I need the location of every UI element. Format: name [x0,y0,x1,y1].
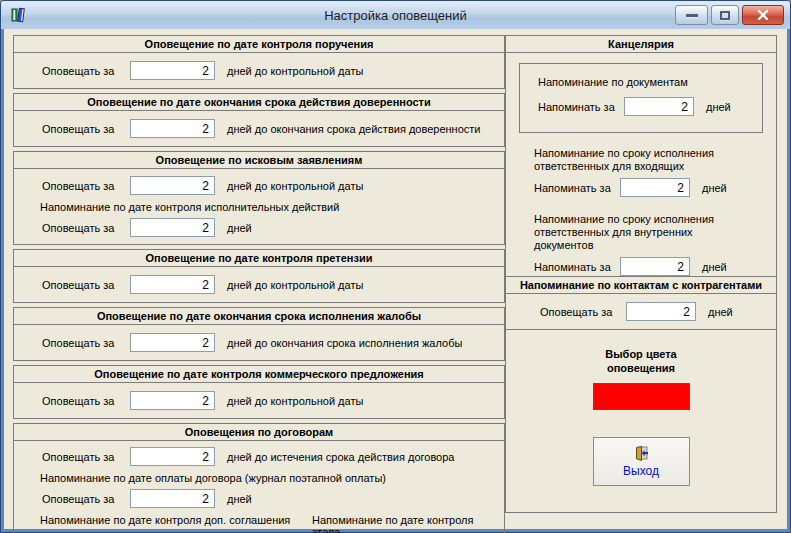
days-input[interactable] [130,218,215,237]
section-header: Оповещение по дате контроля претензии [13,249,505,267]
section-header: Оповещение по дате контроля коммерческог… [13,365,505,383]
field-label: Напоминать за [534,182,620,194]
field-suffix: дней до контрольной даты [227,395,363,407]
section-note: Напоминание по дате оплаты договора (жур… [40,472,504,484]
field-label: Оповещать за [42,123,130,135]
field-suffix: дней [708,306,733,318]
field-suffix: дней [706,101,731,113]
field-label: Оповещать за [540,306,626,318]
days-input[interactable] [620,178,690,197]
notify-row: Оповещать за дней [506,300,776,323]
minimize-button[interactable] [675,5,708,25]
chancellery-body: Напоминание по документам Напоминать за … [505,52,777,277]
days-input[interactable] [130,447,215,466]
documents-group: Напоминание по документам Напоминать за … [519,63,763,133]
exit-button[interactable]: Выход [593,437,690,486]
days-input[interactable] [624,97,694,116]
section-note: Напоминание по дате контроля доп. соглаш… [40,514,310,533]
days-input[interactable] [620,257,690,276]
exit-door-icon [633,445,650,462]
section-doverennost: Оповещение по дате окончания срока дейст… [13,93,505,147]
days-input[interactable] [130,275,215,294]
field-label: Оповещать за [42,222,130,234]
chancellery-header: Канцелярия [505,35,777,53]
notify-row: Оповещать за дней до контрольной даты [14,273,504,296]
section-header: Оповещение по дате окончания срока дейст… [13,93,505,111]
alert-color-swatch[interactable] [593,383,690,410]
left-panel: Оповещение по дате контроля поручения Оп… [13,35,505,529]
internal-note: Напоминание по сроку исполнения ответств… [534,213,776,252]
field-suffix: дней до контрольной даты [227,279,363,291]
color-and-exit-body: Выбор цвета оповещения Выход [505,329,777,513]
maximize-button[interactable] [711,5,739,25]
books-app-icon [9,5,29,25]
notify-row: Напоминать за дней [506,255,776,278]
field-suffix: дней [702,182,727,194]
days-input[interactable] [130,489,215,508]
notify-row: Оповещать за дней до контрольной даты [14,174,504,197]
section-header: Оповещение по исковым заявлениям [13,151,505,169]
field-suffix: дней до контрольной даты [227,180,363,192]
notify-row: Оповещать за дней [14,487,504,510]
section-porucheniya: Оповещение по дате контроля поручения Оп… [13,35,505,89]
right-panel: Канцелярия Напоминание по документам Нап… [505,35,777,529]
days-input[interactable] [130,119,215,138]
section-iski: Оповещение по исковым заявлениям Оповеща… [13,151,505,245]
field-label: Оповещать за [42,337,130,349]
days-input[interactable] [130,61,215,80]
section-header: Оповещение по дате окончания срока испол… [13,307,505,325]
field-label: Напоминать за [534,261,620,273]
notify-row: Напоминать за дней [520,95,762,118]
section-header: Оповещения по договорам [13,423,505,441]
field-label: Оповещать за [42,65,130,77]
contacts-body: Оповещать за дней [505,293,777,330]
incoming-note: Напоминание по сроку исполнения ответств… [534,147,776,173]
days-input[interactable] [130,333,215,352]
field-suffix: дней до контрольной даты [227,65,363,77]
notify-row: Напоминать за дней [506,176,776,199]
field-suffix: дней до окончания срока исполнения жалоб… [227,337,462,349]
field-label: Напоминать за [538,101,624,113]
notify-row: Оповещать за дней до контрольной даты [14,389,504,412]
field-label: Оповещать за [42,493,130,505]
field-suffix: дней [227,493,252,505]
titlebar[interactable]: Настройка оповещений [1,1,790,29]
close-icon [757,10,769,20]
days-input[interactable] [130,391,215,410]
close-button[interactable] [742,5,784,25]
notify-row: Оповещать за дней до контрольной даты [14,59,504,82]
minimize-icon [686,14,698,17]
section-note: Напоминание по дате контроля этапа [312,514,504,533]
days-input[interactable] [626,302,696,321]
notify-row: Оповещать за дней до окончания срока дей… [14,117,504,140]
contacts-header: Напоминание по контактам с контрагентами [505,276,777,294]
field-suffix: дней до окончания срока действия доверен… [227,123,480,135]
notify-row: Оповещать за дней до истечения срока дей… [14,445,504,468]
section-note: Напоминание по дате контроля исполнитель… [40,201,504,213]
maximize-icon [720,11,730,20]
field-label: Оповещать за [42,395,130,407]
section-zhaloby: Оповещение по дате окончания срока испол… [13,307,505,361]
days-input[interactable] [130,176,215,195]
section-header: Оповещение по дате контроля поручения [13,35,505,53]
section-kommercheskoe: Оповещение по дате контроля коммерческог… [13,365,505,419]
exit-button-label: Выход [623,464,659,478]
field-suffix: дней до истечения срока действия договор… [227,451,454,463]
window-title: Настройка оповещений [1,8,790,23]
field-label: Оповещать за [42,279,130,291]
color-picker-label: Выбор цвета оповещения [506,347,776,375]
field-label: Оповещать за [42,180,130,192]
section-pretenzii: Оповещение по дате контроля претензии Оп… [13,249,505,303]
dialog-body: Оповещение по дате контроля поручения Оп… [4,29,787,529]
notify-row: Оповещать за дней до окончания срока исп… [14,331,504,354]
group-note: Напоминание по документам [538,76,762,88]
settings-window: Настройка оповещений Оповещение по дате … [0,0,791,533]
notify-row: Оповещать за дней [14,216,504,239]
section-dogovory: Оповещения по договорам Оповещать за дне… [13,423,505,533]
field-label: Оповещать за [42,451,130,463]
field-suffix: дней [702,261,727,273]
field-suffix: дней [227,222,252,234]
